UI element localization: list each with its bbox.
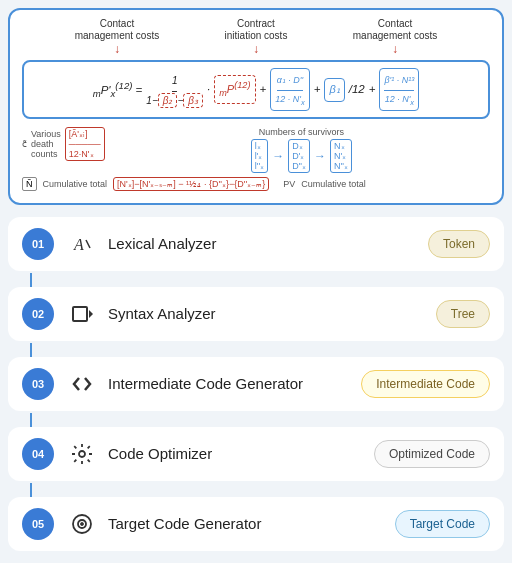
connector-line-01 (30, 273, 32, 287)
connector-line-03 (30, 413, 32, 427)
connector-04-05 (8, 483, 504, 497)
step-output-05: Target Code (395, 510, 490, 538)
step-icon-04 (66, 438, 98, 470)
step-output-03: Intermediate Code (361, 370, 490, 398)
pv-label: PV (283, 179, 295, 189)
step-number-02: 02 (22, 298, 54, 330)
pipeline-section: 01 A Lexical Analyzer Token 02 (0, 213, 512, 561)
death-label: Variousdeathcounts (31, 129, 61, 159)
survivors-group: Numbers of survivors lₓl'ₓl''ₓ → DₓD'ₓD'… (113, 127, 490, 173)
step-title-05: Target Code Generator (108, 515, 395, 532)
diagram-section: Contactmanagement costs Contractinitiati… (8, 8, 504, 205)
cumulative-row: Ñ Cumulative total [N'ₓ]−[N'ₓ₋ₛ₋ₘ] − ¹¹⁄… (22, 177, 490, 191)
step-icon-01: A (66, 228, 98, 260)
step-number-03: 03 (22, 368, 54, 400)
formula-plus2: + (314, 79, 321, 100)
sub-formulas-row: c̃ Variousdeathcounts [Ã'ₓᵢ]─────12·N'ₓ … (22, 127, 490, 173)
n-box: NₓN'ₓN''ₓ (330, 139, 352, 173)
svg-rect-1 (73, 307, 87, 321)
various-death-group: c̃ Variousdeathcounts [Ã'ₓᵢ]─────12·N'ₓ (22, 127, 105, 161)
svg-marker-2 (89, 310, 93, 318)
formula-plus3: + (369, 79, 376, 100)
cum-formula: [N'ₓ]−[N'ₓ₋ₛ₋ₘ] − ¹¹⁄₂₄ · {D''ₓ}−{D''ₓ₋ₘ… (113, 177, 269, 191)
cum-icon: Ñ (22, 177, 37, 191)
connector-03-04 (8, 413, 504, 427)
arrow-right-2: → (314, 149, 326, 163)
cost-label-1: Contactmanagement costs (75, 18, 160, 56)
step-output-01: Token (428, 230, 490, 258)
step-number-04: 04 (22, 438, 54, 470)
connector-line-04 (30, 483, 32, 497)
formula-fraction: 1 1−β₂−β₃ (146, 70, 203, 110)
step-icon-03 (66, 368, 98, 400)
svg-text:A: A (73, 236, 84, 253)
step-title-04: Code Optimizer (108, 445, 374, 462)
pipeline-item-02: 02 Syntax Analyzer Tree (8, 287, 504, 341)
formula-div: /12 (349, 79, 365, 100)
arrow-right-1: → (272, 149, 284, 163)
cost-label-3: Contactmanagement costs (353, 18, 438, 56)
step-icon-02 (66, 298, 98, 330)
step-title-02: Syntax Analyzer (108, 305, 436, 322)
death-formula: [Ã'ₓᵢ]─────12·N'ₓ (65, 127, 105, 161)
formula-dot1: · (207, 79, 210, 100)
pipeline-item-03: 03 Intermediate Code Generator Intermedi… (8, 357, 504, 411)
formula-plus1: + (260, 79, 267, 100)
svg-point-3 (79, 451, 85, 457)
step-output-04: Optimized Code (374, 440, 490, 468)
main-container: Contactmanagement costs Contractinitiati… (0, 8, 512, 561)
pipeline-item-05: 05 Target Code Generator Target Code (8, 497, 504, 551)
pipeline-item-04: 04 Code Optimizer Optimized Code (8, 427, 504, 481)
cost-label-2: Contractinitiation costs (225, 18, 288, 56)
cum-label: Cumulative total (43, 179, 108, 189)
step-output-02: Tree (436, 300, 490, 328)
connector-01-02 (8, 273, 504, 287)
survivors-label: Numbers of survivors (259, 127, 344, 137)
formula-lhs: mP'x(12) = (93, 77, 143, 102)
step-title-01: Lexical Analyzer (108, 235, 428, 252)
step-title-03: Intermediate Code Generator (108, 375, 361, 392)
formula-beta1: β₁ (324, 78, 344, 102)
death-icon: c̃ (22, 139, 27, 149)
main-formula-box: mP'x(12) = 1 1−β₂−β₃ · mP(12) + α₁ · D''… (22, 60, 490, 118)
cum-total-label: Cumulative total (301, 179, 366, 189)
d-box: DₓD'ₓD''ₓ (288, 139, 310, 173)
step-number-01: 01 (22, 228, 54, 260)
pipeline-item-01: 01 A Lexical Analyzer Token (8, 217, 504, 271)
step-number-05: 05 (22, 508, 54, 540)
formula-content: mP'x(12) = 1 1−β₂−β₃ · mP(12) + α₁ · D''… (93, 68, 420, 110)
formula-alpha: α₁ · D'' 12 · N'x (270, 68, 309, 110)
formula-mp: mP(12) (214, 75, 255, 103)
connector-line-02 (30, 343, 32, 357)
connector-02-03 (8, 343, 504, 357)
cost-labels-row: Contactmanagement costs Contractinitiati… (22, 18, 490, 56)
svg-point-6 (81, 523, 83, 525)
formula-beta-prime: β'¹ · N¹³ 12 · N'x (379, 68, 419, 110)
l-box: lₓl'ₓl''ₓ (251, 139, 268, 173)
step-icon-05 (66, 508, 98, 540)
